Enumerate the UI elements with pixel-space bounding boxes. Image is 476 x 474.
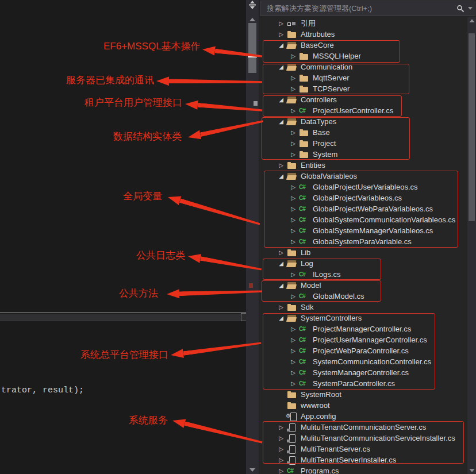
- tree-item[interactable]: ▷ Program.cs: [259, 465, 468, 474]
- expander-icon[interactable]: ▷: [289, 51, 298, 61]
- tree-item[interactable]: ◢ Controllers: [259, 94, 468, 105]
- editor-scrollbar[interactable]: [246, 0, 259, 474]
- expander-icon[interactable]: ▷: [289, 378, 298, 389]
- tree-item-label: GlobalSystemManagerVariableos.cs: [313, 226, 433, 235]
- search-icon[interactable]: [456, 5, 465, 13]
- tree-item[interactable]: ▷ GlobalSystemCommunicationVariableos.cs: [259, 214, 468, 225]
- expander-icon[interactable]: ▷: [277, 18, 286, 29]
- expander-icon[interactable]: ◢: [277, 40, 286, 51]
- tree-item[interactable]: ▷ Entities: [259, 160, 468, 171]
- tree-item[interactable]: ▷ ProjectUserMannagerController.cs: [259, 334, 468, 345]
- expander-icon[interactable]: ▷: [289, 182, 298, 192]
- expander-icon[interactable]: ▷: [289, 334, 298, 345]
- tree-item[interactable]: ▷ Project: [259, 138, 468, 149]
- tree-item[interactable]: ▷ Base: [259, 127, 468, 138]
- expander-icon[interactable]: ▷: [289, 291, 298, 302]
- expander-icon[interactable]: ▷: [289, 323, 298, 334]
- expander-icon[interactable]: ◢: [277, 116, 286, 127]
- tree-item[interactable]: ▷ ProjectWebParaController.cs: [259, 345, 468, 356]
- search-options-chevron-icon[interactable]: [468, 7, 473, 10]
- tree-item[interactable]: SystemRoot: [259, 389, 468, 400]
- expander-icon[interactable]: ▷: [289, 149, 298, 160]
- expander-icon[interactable]: ◢: [277, 61, 286, 72]
- tree-item[interactable]: ▷ MSSQLHelper: [259, 51, 468, 61]
- split-window-icon[interactable]: [248, 1, 256, 9]
- expander-icon[interactable]: ▷: [289, 127, 298, 138]
- code-editor[interactable]: trator, result);: [0, 0, 246, 474]
- expander-icon[interactable]: ▷: [277, 444, 286, 454]
- tree-item[interactable]: ▷ GlobalProjectWebParaVariableos.cs: [259, 203, 468, 214]
- search-box[interactable]: [260, 1, 475, 16]
- expander-icon[interactable]: ◢: [277, 171, 286, 182]
- expander-icon[interactable]: ▷: [289, 83, 298, 94]
- tree-item[interactable]: ▷ Sdk: [259, 302, 468, 313]
- tree-item[interactable]: ▷ System: [259, 149, 468, 160]
- expander-icon[interactable]: ◢: [277, 313, 286, 323]
- expander-icon[interactable]: ▷: [289, 236, 298, 247]
- annotation-label-log: 公共日志类: [136, 249, 185, 262]
- tree-item[interactable]: ▷ GlobalProjectUserVariableos.cs: [259, 182, 468, 192]
- tree-item[interactable]: ▷ GlobalModel.cs: [259, 291, 468, 302]
- tree-item[interactable]: ◢ SystemControllers: [259, 313, 468, 323]
- tree-item[interactable]: wwwroot: [259, 400, 468, 411]
- expander-icon[interactable]: ◢: [277, 94, 286, 105]
- expander-icon[interactable]: ▷: [277, 422, 286, 433]
- tree-item[interactable]: ▷ SystemManagerController.cs: [259, 367, 468, 378]
- expander-icon[interactable]: ▷: [289, 345, 298, 356]
- expander-icon[interactable]: ▷: [289, 138, 298, 149]
- tree-item[interactable]: ▷ GlobalProjectVariableos.cs: [259, 192, 468, 203]
- tree-item[interactable]: ◢ GlobalVariableos: [259, 171, 468, 182]
- scroll-up-icon[interactable]: [470, 19, 475, 22]
- scrollbar-thumb[interactable]: [469, 33, 475, 221]
- tree-item[interactable]: ▷ MultiTenantServer.cs: [259, 444, 468, 454]
- expander-icon[interactable]: ▷: [277, 302, 286, 313]
- expander-icon[interactable]: ▷: [277, 247, 286, 258]
- tree-item[interactable]: ◢ Communication: [259, 61, 468, 72]
- tree-item[interactable]: ▷ ProjectUserController.cs: [259, 105, 468, 116]
- tree-item[interactable]: ▷ 引用: [259, 18, 468, 29]
- annotation-label-controllers: 租户平台用户管理接口: [85, 96, 182, 109]
- expander-icon[interactable]: ▷: [289, 214, 298, 225]
- expander-icon[interactable]: ▷: [289, 367, 298, 378]
- expander-icon[interactable]: ▷: [289, 356, 298, 367]
- tree-item[interactable]: ▷ Lib: [259, 247, 468, 258]
- tree-item[interactable]: App.config: [259, 411, 468, 422]
- tree-item[interactable]: ▷ TCPServer: [259, 83, 468, 94]
- tree-item[interactable]: ▷ MqttServer: [259, 72, 468, 83]
- scroll-down-icon[interactable]: [249, 468, 255, 472]
- scroll-down-icon[interactable]: [470, 469, 475, 472]
- tree-item[interactable]: ▷ GlobalSystemManagerVariableos.cs: [259, 225, 468, 236]
- tree-item[interactable]: ▷ Attrubutes: [259, 29, 468, 40]
- tree-item[interactable]: ◢ BaseCore: [259, 40, 468, 51]
- tree-item[interactable]: ◢ DataTypes: [259, 116, 468, 127]
- expander-icon[interactable]: ▷: [277, 465, 286, 474]
- tree-item[interactable]: ▷ SystemCommunicationController.cs: [259, 356, 468, 367]
- tree-item[interactable]: ▷ MulituTenantCommunicationServiceInstal…: [259, 433, 468, 444]
- tree-item[interactable]: ▷ MulituTenantCommunicationServer.cs: [259, 422, 468, 433]
- expander-icon[interactable]: ▷: [277, 160, 286, 171]
- editor-splitter-bar[interactable]: [0, 314, 246, 321]
- expander-icon[interactable]: ▷: [289, 105, 298, 116]
- expander-icon[interactable]: ▷: [277, 29, 286, 40]
- expander-icon[interactable]: ◢: [277, 258, 286, 269]
- expander-icon[interactable]: ◢: [277, 280, 286, 291]
- expander-icon[interactable]: ▷: [289, 192, 298, 203]
- tree-item[interactable]: ◢ Log: [259, 258, 468, 269]
- tree-item[interactable]: ◢ Model: [259, 280, 468, 291]
- tree-item-label: Lib: [301, 248, 310, 257]
- tree-item[interactable]: ▷ ProjectMannagerController.cs: [259, 323, 468, 334]
- tree-item[interactable]: ▷ MultiTenantServerInstaller.cs: [259, 454, 468, 465]
- expander-icon[interactable]: ▷: [289, 203, 298, 214]
- tree-item[interactable]: ▷ ILogs.cs: [259, 269, 468, 280]
- search-input[interactable]: [266, 3, 456, 13]
- expander-icon[interactable]: ▷: [289, 269, 298, 280]
- tree-item[interactable]: ▷ SystemParaController.cs: [259, 378, 468, 389]
- expander-icon[interactable]: ▷: [277, 433, 286, 444]
- tree-item[interactable]: ▷ GlobalSystemParaVariable.cs: [259, 236, 468, 247]
- expander-icon[interactable]: ▷: [277, 454, 286, 465]
- expander-icon[interactable]: ▷: [289, 72, 298, 83]
- scrollbar-thumb[interactable]: [248, 23, 256, 73]
- scroll-up-icon[interactable]: [249, 18, 255, 21]
- tree-scrollbar[interactable]: [467, 17, 476, 474]
- expander-icon[interactable]: ▷: [289, 225, 298, 236]
